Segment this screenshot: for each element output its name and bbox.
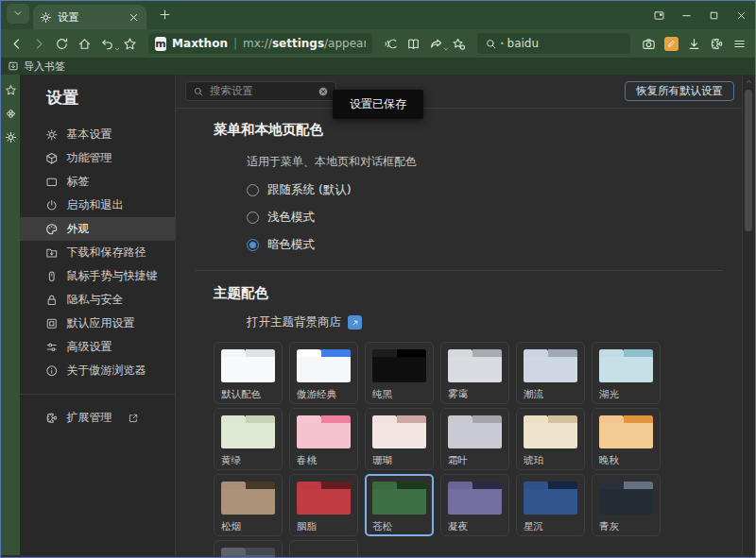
- rail-settings-button[interactable]: [5, 131, 17, 144]
- scrollbar-thumb[interactable]: [745, 90, 752, 231]
- forward-icon: [32, 37, 46, 51]
- address-bar[interactable]: m Maxthon | mx://settings/appearance: [148, 33, 372, 54]
- theme-preview: [599, 415, 653, 448]
- theme-swatch[interactable]: 苍松: [365, 474, 434, 536]
- theme-swatch[interactable]: 默认配色: [214, 342, 283, 404]
- theme-swatch[interactable]: 松烟: [214, 474, 283, 536]
- favorites-manager-button[interactable]: [448, 33, 470, 55]
- color-mode-option[interactable]: 跟随系统 (默认): [247, 183, 742, 197]
- radio-unchecked[interactable]: [247, 211, 259, 224]
- theme-swatch[interactable]: 纯黑: [365, 342, 434, 404]
- sidebar-item-power[interactable]: 启动和退出: [20, 194, 175, 217]
- navigation-toolbar: m Maxthon | mx://settings/appearance · b…: [1, 29, 755, 58]
- reader-mode-button[interactable]: [403, 33, 424, 55]
- theme-name: 雾霭: [448, 388, 502, 401]
- sidebar-item-app[interactable]: 默认应用设置: [20, 312, 175, 335]
- radio-unchecked[interactable]: [247, 184, 259, 196]
- undo-icon: [100, 37, 114, 51]
- theme-swatch[interactable]: 傲游经典: [289, 342, 358, 404]
- theme-store-link[interactable]: 打开主题背景商店: [247, 314, 742, 330]
- sidebar-item-info[interactable]: 关于傲游浏览器: [20, 359, 175, 382]
- read-aloud-button[interactable]: [380, 33, 402, 55]
- favorites-manager-icon: [452, 37, 466, 51]
- screenshot-button[interactable]: [638, 33, 660, 55]
- main-menu-button[interactable]: [729, 33, 750, 55]
- theme-preview: [448, 349, 502, 382]
- theme-preview: [372, 415, 426, 448]
- browser-window: 设置 m Maxthon | mx://settings/appearance …: [0, 0, 756, 558]
- theme-swatch[interactable]: 暗夜: [214, 540, 283, 558]
- close-window-button[interactable]: [728, 1, 755, 29]
- color-mode-option[interactable]: 暗色模式: [247, 238, 742, 252]
- active-tab[interactable]: 设置: [33, 5, 146, 29]
- theme-preview: [297, 415, 351, 448]
- quick-search-box[interactable]: · baidu: [477, 33, 630, 54]
- undo-button[interactable]: [96, 33, 118, 55]
- sidebar-item-box[interactable]: 功能管理: [20, 146, 175, 170]
- maxnote-button[interactable]: [661, 33, 682, 55]
- theme-swatch[interactable]: 琥珀: [516, 408, 585, 470]
- new-tab-button[interactable]: [152, 2, 177, 26]
- sidebar-item-extensions[interactable]: 扩展管理: [20, 406, 175, 430]
- downloads-button[interactable]: [683, 33, 705, 55]
- sidebar-item-tab-rect[interactable]: 标签: [20, 170, 175, 194]
- theme-swatch[interactable]: 湖光: [592, 342, 661, 404]
- maximize-button[interactable]: [700, 1, 728, 29]
- read-aloud-icon: [384, 37, 398, 51]
- scroll-up-icon[interactable]: [743, 75, 755, 88]
- theme-preview: [599, 482, 653, 515]
- color-mode-option[interactable]: 浅色模式: [247, 211, 742, 225]
- import-bookmarks-button[interactable]: 导入书签: [24, 59, 65, 74]
- sliders-icon: [45, 341, 59, 354]
- theme-swatch[interactable]: 晚秋: [592, 408, 661, 470]
- tab-list-button[interactable]: [7, 4, 29, 24]
- url-separator: |: [233, 37, 237, 50]
- tab-close-icon[interactable]: [128, 11, 140, 24]
- app-icon: [45, 317, 59, 330]
- scrollbar[interactable]: [742, 75, 755, 555]
- sidebar-item-palette[interactable]: 外观: [20, 217, 175, 241]
- radio-checked[interactable]: [247, 239, 259, 251]
- home-button[interactable]: [74, 33, 95, 55]
- theme-name: 琥珀: [524, 454, 577, 467]
- sidebar-item-sliders[interactable]: 高级设置: [20, 335, 175, 359]
- extensions-button[interactable]: [706, 33, 728, 55]
- maximize-icon: [708, 9, 720, 22]
- gear-icon: [45, 128, 59, 142]
- theme-name: 纯黑: [372, 388, 426, 401]
- rail-favorites-button[interactable]: [5, 84, 17, 96]
- minimize-button[interactable]: [673, 1, 700, 29]
- rail-maxnote-button[interactable]: [5, 108, 17, 120]
- theme-swatch[interactable]: 雾霭: [440, 342, 509, 404]
- split-screen-button[interactable]: [645, 1, 673, 29]
- theme-swatch[interactable]: 青灰: [592, 474, 661, 536]
- sidebar-item-gear[interactable]: 基本设置: [20, 123, 175, 146]
- reload-button[interactable]: [51, 33, 73, 55]
- theme-name: 湖光: [599, 388, 653, 401]
- split-icon: [653, 9, 665, 22]
- sidebar-item-lock[interactable]: 隐私与安全: [20, 288, 175, 312]
- theme-swatch[interactable]: 凝夜: [440, 474, 509, 536]
- theme-swatch[interactable]: 潮流: [516, 342, 585, 404]
- back-button[interactable]: [6, 33, 27, 55]
- maxnote-icon: [664, 37, 679, 51]
- theme-name: 傲游经典: [297, 388, 351, 401]
- theme-swatch[interactable]: 霜叶: [440, 408, 509, 470]
- sidebar-item-mouse[interactable]: 鼠标手势与快捷键: [20, 264, 175, 288]
- forward-button[interactable]: [28, 33, 50, 55]
- add-theme-button[interactable]: [289, 540, 358, 558]
- theme-name: 松烟: [221, 520, 275, 533]
- sidebar-item-download-folder[interactable]: 下载和保存路径: [20, 241, 175, 264]
- theme-swatch[interactable]: 珊瑚: [365, 408, 434, 470]
- restore-defaults-button[interactable]: 恢复所有默认设置: [625, 81, 734, 101]
- theme-swatch[interactable]: 春桃: [289, 408, 358, 470]
- theme-swatch[interactable]: 星沉: [516, 474, 585, 536]
- info-icon: [45, 364, 59, 378]
- clear-search-icon[interactable]: [318, 86, 329, 97]
- share-button[interactable]: [425, 33, 447, 55]
- theme-swatch[interactable]: 胭脂: [289, 474, 358, 536]
- settings-search-input[interactable]: 搜索设置: [185, 81, 336, 101]
- settings-main: 搜索设置 恢复所有默认设置 菜单和本地页配色 适用于菜单、本地页和对话框配色 跟…: [176, 75, 742, 555]
- theme-swatch[interactable]: 黄绿: [214, 408, 283, 470]
- add-favorite-button[interactable]: [119, 33, 141, 55]
